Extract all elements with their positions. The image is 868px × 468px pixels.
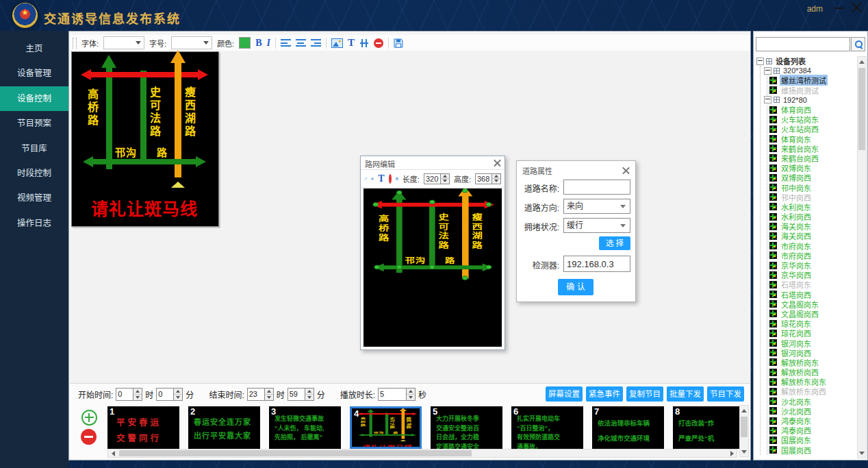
road-tool-icon[interactable] (371, 174, 374, 184)
minimize-icon[interactable] (834, 3, 845, 14)
tree-device-item[interactable]: 国展岗东 (769, 435, 857, 445)
remove-frame-button[interactable] (81, 429, 97, 445)
action-button[interactable]: 屏幕设置 (546, 386, 583, 402)
control-point[interactable] (372, 202, 379, 206)
tree-device-item[interactable]: 维扬岗测试 (769, 86, 857, 95)
program-thumbnail[interactable]: 6 扎实开展电动车“百日整治”，有效预防道路交通事故。 (511, 406, 583, 449)
control-point[interactable] (486, 265, 492, 269)
length-stepper[interactable]: 320 (424, 173, 450, 184)
program-thumbnail[interactable]: 7 依法治理非标车辆净化城市交通环境 (592, 406, 664, 449)
pen-icon[interactable] (364, 174, 367, 184)
image-icon[interactable] (331, 38, 343, 48)
tree-device-item[interactable]: 鸿泰岗东 (769, 416, 857, 426)
sidebar-item[interactable]: 视频管理 (0, 186, 68, 210)
bold-icon[interactable]: B (255, 38, 261, 48)
program-thumbnail[interactable]: 5 大力开展秋冬季交通安全整治百日会战，全力稳定道路交通安全形势！ (431, 406, 502, 449)
tree-device-item[interactable]: 沙北岗东 (769, 397, 857, 406)
tree-device-item[interactable]: 来鹤台岗东 (769, 144, 857, 153)
program-thumbnail[interactable]: 3 发生轻微交通事故“人未伤， 车能动,先拍照， 后撤离” (269, 406, 341, 449)
device-tree-scrollbar[interactable] (857, 56, 867, 458)
control-point[interactable] (462, 275, 468, 280)
tree-root[interactable]: 设备列表 (756, 56, 857, 66)
tree-device-item[interactable]: 鸿泰岗西 (769, 426, 857, 435)
tree-device-item[interactable]: 京华岗西 (769, 270, 857, 280)
tree-device-item[interactable]: 海关岗东 (769, 221, 857, 231)
sidebar-item[interactable]: 节目预案 (0, 111, 68, 136)
tree-device-item[interactable]: 邗中岗东 (769, 182, 857, 192)
scrollbar-thumb[interactable] (119, 450, 472, 456)
tree-device-item[interactable]: 琼花岗东 (769, 319, 857, 328)
save-icon[interactable] (394, 38, 403, 48)
align-right-icon[interactable] (311, 39, 321, 47)
scrollbar-thumb[interactable] (858, 68, 865, 150)
scroll-left-icon[interactable] (108, 449, 118, 457)
tree-device-item[interactable]: 双博岗西 (769, 173, 857, 182)
sidebar-item[interactable]: 操作日志 (0, 211, 68, 236)
delete-icon[interactable] (389, 174, 392, 184)
scrollbar-thumb[interactable] (741, 417, 748, 437)
tree-device-item[interactable]: 体育岗东 (769, 134, 857, 144)
tree-device-item[interactable]: 来鹤台岗西 (769, 153, 857, 163)
scroll-up-icon[interactable] (858, 57, 866, 66)
scroll-right-icon[interactable] (727, 449, 737, 457)
action-button[interactable]: 紧急事件 (586, 386, 623, 402)
align-center-icon[interactable] (296, 39, 306, 47)
tree-group-192x80[interactable]: 192*80 (764, 95, 857, 105)
thumbnail-horizontal-scrollbar[interactable] (107, 449, 737, 458)
italic-icon[interactable]: I (267, 38, 270, 48)
search-input[interactable] (756, 37, 850, 51)
tree-device-item[interactable]: 双博岗东 (769, 163, 857, 173)
detector-field[interactable]: 192.168.0.3 (563, 256, 630, 272)
control-point[interactable] (396, 265, 403, 269)
tree-device-item[interactable]: 水利岗西 (769, 212, 857, 221)
tree-device-item[interactable]: 银河岗东 (769, 338, 857, 347)
control-point[interactable] (396, 190, 403, 195)
tree-device-item[interactable]: 银河岗西 (769, 348, 857, 358)
direction-select[interactable]: 来向 (563, 199, 630, 214)
tree-device-item[interactable]: 市府岗东 (769, 241, 857, 251)
control-point[interactable] (486, 202, 492, 206)
close-icon[interactable] (851, 2, 863, 14)
road-editor-canvas[interactable]: 高桥路 史可法路 瘦西湖路 邗沟 路 请礼让斑马线 (363, 188, 502, 347)
collapse-icon[interactable] (764, 96, 771, 103)
tree-device-item[interactable]: 市府岗西 (769, 251, 857, 260)
sidebar-item[interactable]: 设备管理 (0, 61, 68, 86)
control-point[interactable] (374, 265, 380, 269)
program-thumbnail[interactable]: 1 平安春运交警同行 (107, 406, 179, 449)
tree-device-item[interactable]: 石塔岗东 (769, 280, 857, 289)
action-button[interactable]: 复制节目 (626, 386, 663, 402)
tree-device-item[interactable]: 解放桥东岗东 (769, 377, 857, 386)
program-thumbnail[interactable]: 8 打击改装“炸严查严处“机 (673, 406, 745, 449)
tree-device-item[interactable]: 文昌阁岗西 (769, 309, 857, 319)
tree-group-320x384[interactable]: 320*384 (764, 66, 857, 75)
road-tool-icon[interactable] (359, 38, 369, 48)
scroll-down-icon[interactable] (858, 448, 866, 458)
control-point[interactable] (429, 265, 435, 269)
font-size-select[interactable] (171, 36, 212, 49)
close-icon[interactable] (622, 167, 630, 174)
tree-device-item[interactable]: 沙北岗西 (769, 406, 857, 416)
control-point[interactable] (462, 188, 468, 193)
sidebar-item[interactable]: 时段控制 (0, 161, 68, 186)
tree-device-item[interactable]: 京华岗东 (769, 260, 857, 270)
add-frame-button[interactable] (81, 410, 97, 426)
height-stepper[interactable]: 368 (475, 173, 501, 184)
road-name-field[interactable] (563, 180, 630, 195)
tree-device-item[interactable]: 解放桥岗东 (769, 358, 857, 367)
tree-device-item[interactable]: 邗中岗西 (769, 193, 857, 202)
collapse-icon[interactable] (764, 67, 771, 75)
control-point[interactable] (429, 200, 435, 204)
tree-device-item[interactable]: 国展岗西 (769, 445, 857, 455)
tree-device-item[interactable]: 体育岗西 (769, 105, 857, 114)
sidebar-item[interactable]: 主页 (0, 36, 68, 61)
tree-device-item[interactable]: 螺丝湾桥测试 (769, 75, 857, 85)
confirm-button[interactable]: 确 认 (558, 279, 593, 295)
scroll-up-icon[interactable] (740, 406, 748, 415)
close-icon[interactable] (494, 159, 501, 167)
duration-stepper[interactable]: 5 (378, 388, 416, 401)
program-thumbnail[interactable]: 2 春运安全连万家出行平安靠大家 (188, 406, 260, 449)
delete-icon[interactable] (374, 38, 383, 48)
tree-device-item[interactable]: 琼花岗西 (769, 328, 857, 338)
tree-device-item[interactable]: 石塔岗西 (769, 290, 857, 299)
program-thumbnail[interactable]: 4 高桥路 史可法路 瘦西湖路 邗沟 路 请 (350, 406, 422, 449)
